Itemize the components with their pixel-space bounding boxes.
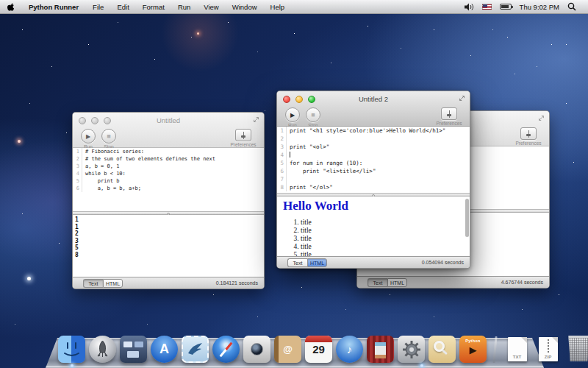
apple-logo-icon bbox=[7, 2, 15, 12]
resize-grip-icon[interactable] bbox=[253, 116, 259, 123]
code-editor[interactable]: 1# Fibonacci series: 2# the sum of two e… bbox=[73, 148, 264, 211]
menu-help[interactable]: Help bbox=[264, 0, 292, 13]
menu-view[interactable]: View bbox=[197, 0, 225, 13]
window-header[interactable]: Untitled ▶ Run ■ Stop Preferences bbox=[73, 113, 264, 148]
dock-icon-mail[interactable] bbox=[182, 336, 209, 363]
stop-icon: ■ bbox=[311, 111, 315, 118]
window-untitled-2[interactable]: Untitled 2 ▶ Run ■ Stop Preferences 1pri… bbox=[276, 91, 470, 269]
dock-icon-mission-control[interactable] bbox=[120, 336, 147, 363]
output-mode-segmented-control: Text HTML bbox=[287, 258, 327, 267]
zoom-button[interactable] bbox=[308, 96, 315, 103]
slider-icon bbox=[528, 130, 529, 138]
output-text: 1 1 2 3 5 8 bbox=[73, 215, 264, 258]
compass-needle-icon bbox=[220, 342, 233, 356]
dock-icon-preview[interactable] bbox=[429, 336, 456, 363]
menu-format[interactable]: Format bbox=[136, 0, 171, 13]
stop-button[interactable]: ■ Stop bbox=[95, 129, 123, 149]
code-editor[interactable]: 1print "<h1 style='color:blue'>Hello Wor… bbox=[277, 127, 470, 193]
spotlight-icon[interactable] bbox=[567, 2, 576, 11]
dock-icon-txt-file[interactable]: TXT bbox=[503, 336, 531, 363]
finder-face-icon bbox=[58, 336, 85, 363]
list-item: title bbox=[301, 235, 470, 243]
rendered-heading: Hello World bbox=[277, 197, 470, 213]
photo-strip-icon bbox=[375, 342, 386, 358]
menu-app-name[interactable]: Python Runner bbox=[21, 0, 86, 13]
html-tab[interactable]: HTML bbox=[387, 278, 407, 287]
text-tab[interactable]: Text bbox=[368, 278, 387, 287]
text-tab[interactable]: Text bbox=[287, 258, 307, 267]
output-mode-segmented-control: Text HTML bbox=[368, 278, 407, 287]
dock-icon-app-store[interactable]: A bbox=[151, 336, 178, 363]
camera-lens-icon bbox=[251, 343, 263, 355]
run-duration: 4.676744 seconds bbox=[501, 280, 549, 285]
slider-icon bbox=[243, 132, 244, 139]
text-tab[interactable]: Text bbox=[83, 279, 103, 288]
calendar-day: 29 bbox=[305, 343, 332, 355]
zoom-button[interactable] bbox=[104, 117, 111, 124]
input-source-flag-icon[interactable] bbox=[482, 4, 492, 10]
menu-file[interactable]: File bbox=[86, 0, 110, 13]
document-page-icon: TXT bbox=[508, 337, 527, 361]
menu-edit[interactable]: Edit bbox=[110, 0, 135, 13]
output-scrollbar[interactable] bbox=[465, 199, 469, 237]
play-icon: ▶ bbox=[459, 343, 487, 358]
eagle-stamp-icon bbox=[183, 337, 207, 361]
list-item: title bbox=[301, 227, 470, 235]
menu-run[interactable]: Run bbox=[171, 0, 197, 13]
python-runner-label: Python bbox=[459, 336, 487, 343]
slider-icon bbox=[449, 110, 450, 118]
dock-icon-facetime[interactable] bbox=[243, 336, 270, 363]
menu-window[interactable]: Window bbox=[226, 0, 264, 13]
play-icon: ▶ bbox=[86, 133, 90, 140]
window-thumb-icon bbox=[123, 342, 132, 347]
preferences-button[interactable]: Preferences bbox=[514, 127, 543, 146]
minimize-button[interactable] bbox=[295, 96, 303, 103]
output-pane[interactable]: 1 1 2 3 5 8 bbox=[73, 215, 264, 278]
music-note-icon: ♪ bbox=[347, 343, 353, 355]
preferences-button[interactable]: Preferences bbox=[229, 129, 258, 147]
pink-star bbox=[18, 140, 21, 143]
magnifier-loupe-icon bbox=[434, 341, 445, 352]
dock-icon-launchpad[interactable] bbox=[89, 336, 116, 363]
dock-icon-address-book[interactable]: @ bbox=[274, 336, 301, 363]
dock-icon-python-runner[interactable]: Python ▶ bbox=[459, 336, 487, 363]
app-store-letter: A bbox=[159, 342, 169, 357]
html-tab[interactable]: HTML bbox=[307, 258, 327, 267]
trash-basket-icon bbox=[567, 336, 588, 361]
apple-menu[interactable] bbox=[0, 0, 21, 13]
stop-button[interactable]: ■ Stop bbox=[299, 107, 327, 128]
menu-clock[interactable]: Thu 9:02 PM bbox=[520, 3, 559, 11]
run-duration: 0.184121 seconds bbox=[216, 280, 264, 286]
resize-grip-icon[interactable] bbox=[459, 95, 465, 102]
dock-icon-zip-file[interactable]: ZIP bbox=[534, 336, 562, 363]
window-untitled[interactable]: Untitled ▶ Run ■ Stop Preferences 1# Fib… bbox=[72, 112, 265, 289]
html-tab[interactable]: HTML bbox=[103, 279, 123, 288]
python-runner-running-indicator bbox=[420, 364, 423, 367]
rendered-list: title title title title title title bbox=[277, 219, 470, 258]
dock-icon-safari[interactable] bbox=[212, 336, 240, 363]
bright-star bbox=[27, 277, 31, 280]
dock-icon-photo-booth[interactable] bbox=[367, 336, 394, 363]
close-button[interactable] bbox=[283, 96, 290, 103]
list-item: title bbox=[301, 243, 470, 251]
preferences-button[interactable]: Preferences bbox=[434, 107, 464, 126]
finder-running-indicator bbox=[71, 364, 74, 367]
volume-icon[interactable] bbox=[465, 3, 474, 11]
close-button[interactable] bbox=[79, 117, 86, 124]
archive-page-icon: ZIP bbox=[539, 337, 558, 361]
battery-icon[interactable] bbox=[500, 4, 512, 10]
dock-icon-ical[interactable]: 29 bbox=[305, 336, 332, 363]
window-footer: Text HTML 0.054094 seconds bbox=[277, 256, 470, 268]
window-header[interactable]: Untitled 2 ▶ Run ■ Stop Preferences bbox=[277, 91, 470, 127]
output-pane[interactable]: Hello World title title title title titl… bbox=[277, 197, 470, 258]
list-item: title bbox=[301, 219, 470, 227]
dock-icon-trash[interactable] bbox=[565, 336, 588, 363]
run-duration: 0.054094 seconds bbox=[422, 260, 470, 265]
minimize-button[interactable] bbox=[91, 117, 98, 124]
dock-icon-finder[interactable] bbox=[58, 336, 85, 363]
resize-grip-icon[interactable] bbox=[538, 115, 545, 121]
dock-icon-itunes[interactable]: ♪ bbox=[336, 336, 363, 363]
zipper-icon bbox=[548, 339, 549, 353]
output-mode-segmented-control: Text HTML bbox=[83, 279, 123, 288]
dock-icon-system-preferences[interactable] bbox=[398, 336, 425, 363]
